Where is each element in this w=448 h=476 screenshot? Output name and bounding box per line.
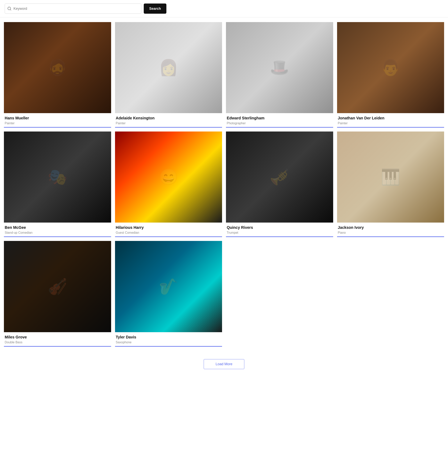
card-name-miles-grove: Miles Grove [5,335,110,340]
card-image-tyler-davis: 🎷 [115,241,222,332]
search-input[interactable] [13,7,139,11]
card-body-adelaide-kensington: Adelaide Kensington Painter [115,113,222,128]
card-body-hilarious-harry: Hilarious Harry Guest Comedian [115,223,222,237]
card-role-jackson-ivory: Piano [338,231,443,234]
card-role-hans-mueller: Painter [5,122,110,125]
search-bar: Search [0,0,448,17]
card-name-adelaide-kensington: Adelaide Kensington [116,116,221,120]
load-more-button[interactable]: Load More [204,359,244,369]
search-icon [7,6,11,11]
card-name-quincy-rivers: Quincy Rivers [227,225,332,230]
card-body-quincy-rivers: Quincy Rivers Trumpet [226,223,333,237]
card-body-ben-mcgee: Ben McGee Stand-up Comedian [4,223,111,237]
card-image-ben-mcgee: 🎭 [4,131,111,223]
card-grid: 🧔 Hans Mueller Painter 👩 Adelaide Kensin… [0,17,448,351]
load-more-container: Load More [0,351,448,381]
card-hilarious-harry[interactable]: 😄 Hilarious Harry Guest Comedian [115,131,222,237]
card-role-edward-sterlingham: Photographer [227,122,332,125]
card-image-hilarious-harry: 😄 [115,131,222,223]
card-quincy-rivers[interactable]: 🎺 Quincy Rivers Trumpet [226,131,333,237]
card-role-adelaide-kensington: Painter [116,122,221,125]
card-role-jonathan-van-der-leiden: Painter [338,122,443,125]
card-image-jonathan-van-der-leiden: 👨 [337,22,444,113]
card-name-hans-mueller: Hans Mueller [5,116,110,120]
card-body-edward-sterlingham: Edward Sterlingham Photographer [226,113,333,128]
card-body-miles-grove: Miles Grove Double Bass [4,332,111,347]
card-role-hilarious-harry: Guest Comedian [116,231,221,234]
card-image-quincy-rivers: 🎺 [226,131,333,223]
card-miles-grove[interactable]: 🎻 Miles Grove Double Bass [4,241,111,346]
card-edward-sterlingham[interactable]: 🎩 Edward Sterlingham Photographer [226,22,333,128]
card-hans-mueller[interactable]: 🧔 Hans Mueller Painter [4,22,111,128]
card-name-jonathan-van-der-leiden: Jonathan Van Der Leiden [338,116,443,120]
card-name-ben-mcgee: Ben McGee [5,225,110,230]
card-image-edward-sterlingham: 🎩 [226,22,333,113]
card-name-edward-sterlingham: Edward Sterlingham [227,116,332,120]
card-role-quincy-rivers: Trumpet [227,231,332,234]
card-name-hilarious-harry: Hilarious Harry [116,225,221,230]
card-name-jackson-ivory: Jackson Ivory [338,225,443,230]
card-jonathan-van-der-leiden[interactable]: 👨 Jonathan Van Der Leiden Painter [337,22,444,128]
card-image-miles-grove: 🎻 [4,241,111,332]
card-body-jonathan-van-der-leiden: Jonathan Van Der Leiden Painter [337,113,444,128]
card-ben-mcgee[interactable]: 🎭 Ben McGee Stand-up Comedian [4,131,111,237]
card-adelaide-kensington[interactable]: 👩 Adelaide Kensington Painter [115,22,222,128]
card-image-jackson-ivory: 🎹 [337,131,444,223]
card-role-ben-mcgee: Stand-up Comedian [5,231,110,234]
search-button[interactable]: Search [144,4,166,14]
svg-line-1 [10,9,11,10]
card-name-tyler-davis: Tyler Davis [116,335,221,340]
card-tyler-davis[interactable]: 🎷 Tyler Davis Saxophone [115,241,222,346]
card-image-adelaide-kensington: 👩 [115,22,222,113]
card-image-hans-mueller: 🧔 [4,22,111,113]
card-body-hans-mueller: Hans Mueller Painter [4,113,111,128]
card-body-jackson-ivory: Jackson Ivory Piano [337,223,444,237]
card-role-tyler-davis: Saxophone [116,340,221,344]
card-body-tyler-davis: Tyler Davis Saxophone [115,332,222,347]
card-role-miles-grove: Double Bass [5,340,110,344]
search-input-wrapper [5,4,141,14]
card-jackson-ivory[interactable]: 🎹 Jackson Ivory Piano [337,131,444,237]
